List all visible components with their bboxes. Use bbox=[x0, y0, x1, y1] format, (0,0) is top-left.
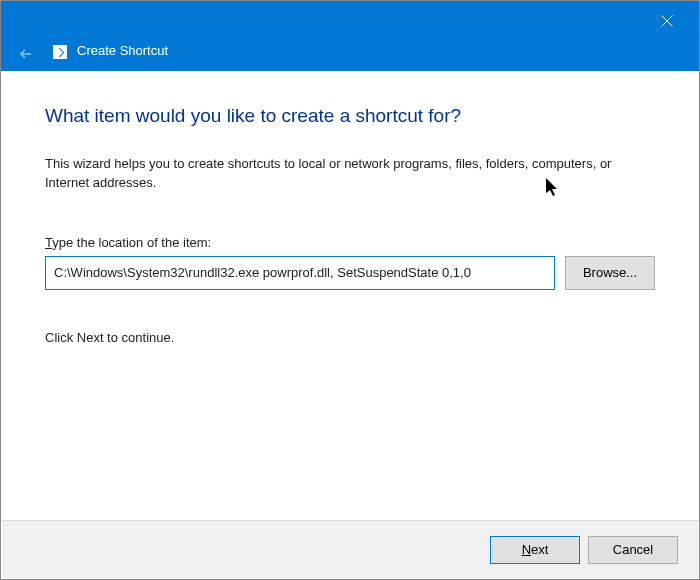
cancel-button[interactable]: Cancel bbox=[588, 536, 678, 564]
location-label: Type the location of the item: bbox=[45, 235, 655, 250]
close-icon bbox=[661, 15, 673, 27]
titlebar: Create Shortcut bbox=[1, 1, 699, 71]
shortcut-icon bbox=[53, 45, 67, 59]
wizard-description: This wizard helps you to create shortcut… bbox=[45, 155, 645, 193]
location-input[interactable] bbox=[45, 256, 555, 290]
window-title: Create Shortcut bbox=[77, 43, 168, 58]
content-area: What item would you like to create a sho… bbox=[1, 71, 699, 511]
browse-button[interactable]: Browse... bbox=[565, 256, 655, 290]
back-arrow-icon bbox=[19, 47, 33, 61]
page-heading: What item would you like to create a sho… bbox=[45, 105, 655, 127]
continue-hint: Click Next to continue. bbox=[45, 330, 655, 345]
footer: Next Cancel bbox=[2, 520, 698, 578]
back-button bbox=[17, 45, 35, 63]
next-button[interactable]: Next bbox=[490, 536, 580, 564]
close-button[interactable] bbox=[647, 7, 687, 35]
